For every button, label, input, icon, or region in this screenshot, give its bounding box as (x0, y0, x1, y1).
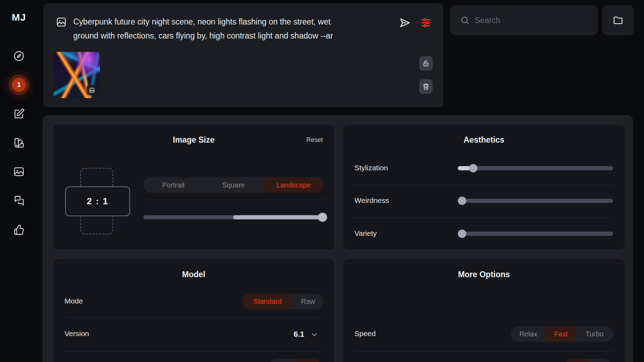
slider-thumb[interactable] (469, 164, 477, 172)
chat-icon (13, 195, 25, 207)
swatches-icon (13, 137, 25, 149)
divider (143, 200, 327, 200)
aspect-ratio-slider[interactable] (143, 215, 326, 219)
ratio-label: 2 : 1 (87, 196, 108, 207)
image-size-card: Image Size Reset 2 : 1 Portrait Square L… (53, 124, 335, 250)
orientation-landscape[interactable]: Landscape (264, 177, 324, 193)
sidebar-item-gallery[interactable] (13, 166, 25, 178)
search-box (450, 5, 598, 35)
sidebar-item-notifications[interactable]: 1 (9, 75, 29, 95)
slider-thumb[interactable] (458, 197, 466, 205)
partial-segment[interactable] (587, 359, 611, 362)
slider-fill (233, 215, 326, 219)
orientation-square[interactable]: Square (203, 177, 263, 193)
more-options-card: More Options Speed Relax Fast Turbo (343, 259, 625, 362)
speed-label: Speed (354, 329, 376, 338)
prompt-image-icon (56, 16, 67, 28)
speed-fast[interactable]: Fast (546, 326, 576, 342)
stylization-slider[interactable] (458, 166, 613, 170)
prompt-bar: Cyberpunk future city night scene, neon … (43, 3, 443, 107)
orientation-segmented-control: Portrait Square Landscape (143, 177, 324, 193)
divider (352, 218, 613, 218)
partial-segment[interactable] (269, 359, 296, 362)
mode-standard[interactable]: Standard (243, 294, 292, 309)
lock-open-icon (422, 60, 430, 67)
image-badge-icon (89, 87, 95, 93)
image-size-title: Image Size (53, 135, 334, 145)
variety-slider[interactable] (458, 232, 613, 236)
stylization-label: Stylization (354, 164, 388, 172)
model-card: Model Mode Standard Raw Version 6.1 (53, 259, 335, 362)
app-logo[interactable]: MJ (0, 12, 38, 23)
image-badge (87, 85, 97, 95)
divider (352, 185, 613, 185)
sidebar-item-rate[interactable] (13, 224, 25, 236)
sidebar: MJ 1 (0, 0, 42, 362)
reset-button[interactable]: Reset (306, 136, 323, 144)
orientation-portrait[interactable]: Portrait (143, 177, 203, 193)
notification-count: 1 (17, 81, 21, 89)
folder-icon (612, 15, 624, 26)
send-button[interactable] (399, 16, 411, 29)
partial-segment-selected[interactable] (565, 359, 587, 362)
partial-segmented-control[interactable] (269, 359, 321, 362)
version-label: Version (65, 329, 89, 338)
variety-label: Variety (354, 229, 377, 238)
compass-icon (13, 50, 25, 62)
attached-image-thumbnail[interactable] (54, 52, 100, 98)
chevron-down-icon[interactable] (310, 330, 319, 339)
prompt-input[interactable]: Cyberpunk future city night scene, neon … (73, 15, 350, 43)
partial-segmented-control[interactable] (565, 359, 611, 362)
divider (65, 317, 324, 317)
trash-icon (422, 83, 430, 90)
weirdness-slider[interactable] (458, 199, 613, 203)
aesthetics-title: Aesthetics (343, 135, 625, 145)
mode-raw[interactable]: Raw (292, 294, 324, 309)
sidebar-item-create[interactable] (13, 108, 25, 120)
model-title: Model (53, 270, 334, 279)
image-icon (13, 166, 25, 178)
mode-segmented-control: Standard Raw (243, 294, 324, 309)
prompt-settings-button[interactable] (420, 17, 432, 29)
partial-segment-selected[interactable] (296, 359, 321, 362)
sidebar-item-organize[interactable] (13, 137, 25, 149)
app-root: MJ 1 (0, 0, 644, 362)
divider (65, 351, 324, 351)
search-icon (460, 15, 470, 26)
more-options-title: More Options (343, 270, 625, 279)
lock-button[interactable] (419, 56, 433, 71)
ratio-preview: 2 : 1 (65, 186, 130, 216)
send-icon (399, 16, 411, 29)
mode-label: Mode (65, 297, 83, 305)
notification-badge: 1 (12, 78, 26, 92)
sidebar-item-chat[interactable] (13, 195, 25, 207)
sidebar-item-explore[interactable] (13, 50, 25, 62)
edit-icon (13, 108, 25, 120)
slider-thumb[interactable] (318, 213, 327, 222)
folder-button[interactable] (602, 5, 634, 35)
slider-thumb[interactable] (458, 230, 466, 238)
divider (354, 351, 613, 351)
speed-turbo[interactable]: Turbo (576, 326, 613, 342)
delete-button[interactable] (419, 79, 433, 94)
version-value[interactable]: 6.1 (293, 330, 304, 339)
weirdness-label: Weirdness (354, 196, 389, 205)
aesthetics-card: Aesthetics Stylization Weirdness Variety (343, 124, 625, 250)
thumbs-up-icon (13, 224, 25, 236)
speed-segmented-control: Relax Fast Turbo (511, 326, 613, 342)
sliders-icon (420, 17, 432, 29)
speed-relax[interactable]: Relax (511, 326, 546, 342)
search-input[interactable] (475, 5, 590, 35)
